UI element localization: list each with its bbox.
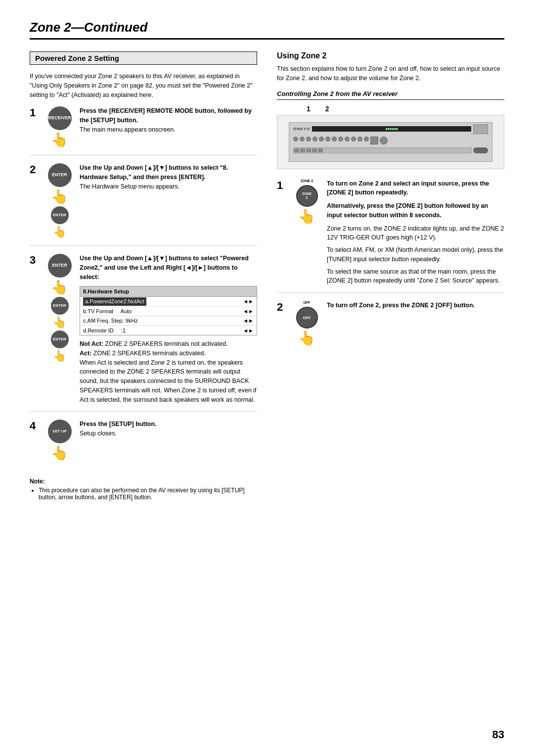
page-title: Zone 2—Continued bbox=[30, 20, 504, 35]
recv-btn-8 bbox=[338, 137, 343, 142]
hw-row-1-value: ◄► bbox=[243, 297, 254, 306]
receiver-vent bbox=[473, 124, 488, 134]
enter-button-icon-3c: ENTER bbox=[51, 331, 69, 348]
step-4-heading: Press the [SETUP] button. bbox=[80, 421, 157, 427]
page-header: Zone 2—Continued bbox=[30, 20, 504, 40]
hand-icon-3b: 👆 bbox=[53, 316, 66, 329]
hand-icon-r2: 👆 bbox=[298, 330, 315, 346]
recv-btn-7 bbox=[332, 137, 337, 142]
step-3-content: Use the Up and Down [▲]/[▼] buttons to s… bbox=[80, 254, 257, 404]
right-step-2-content: To turn off Zone 2, press the ZONE 2 [OF… bbox=[327, 301, 504, 346]
off-button-icon: OFF bbox=[296, 307, 318, 329]
right-step-1-body: Zone 2 turns on, the ZONE 2 indicator li… bbox=[327, 224, 504, 243]
setup-button-icon: SET UP bbox=[48, 420, 72, 443]
hand-icon-3c: 👆 bbox=[53, 350, 66, 363]
receiver-labels: 1 2 bbox=[277, 105, 504, 113]
recv-btn-1 bbox=[293, 137, 298, 142]
left-column: Powered Zone 2 Setting If you've connect… bbox=[30, 51, 257, 501]
step-4-row: 4 SET UP 👆 Press the [SETUP] button. Set… bbox=[30, 420, 257, 468]
right-step-1-content: To turn on Zone 2 and select an input so… bbox=[327, 179, 504, 286]
hw-setup-table: 8.Hardware Setup a.PoweredZone2:NotAct ◄… bbox=[80, 286, 257, 336]
step-2-number: 2 bbox=[30, 163, 40, 238]
hand-icon-2b: 👆 bbox=[53, 226, 66, 238]
recv-bottom-btn-2 bbox=[300, 148, 305, 152]
step-4-content: Press the [SETUP] button. Setup closes. bbox=[80, 420, 257, 461]
right-step-1-row: 1 ZONE 2 ZONE2 👆 To turn on Zone 2 and s… bbox=[277, 179, 504, 293]
right-step-1-heading: To turn on Zone 2 and select an input so… bbox=[327, 180, 489, 196]
note-text: This procedure can also be performed on … bbox=[39, 487, 257, 501]
step-4-body: Setup closes. bbox=[80, 429, 257, 438]
receiver-image: ONKYO ■■■■■■ bbox=[277, 115, 504, 169]
step-2-body: The Hardware Setup menu appears. bbox=[80, 182, 257, 191]
receiver-brand: ONKYO bbox=[293, 127, 310, 131]
right-step-2-heading: To turn off Zone 2, press the ZONE 2 [OF… bbox=[327, 302, 475, 309]
enter-button-icon-3: ENTER bbox=[48, 254, 72, 278]
right-step-1-body3: To select the same source as that of the… bbox=[327, 267, 504, 286]
right-step-1-number: 1 bbox=[277, 179, 287, 286]
note-label: Note: bbox=[30, 478, 45, 485]
right-step-2-icon-col: OFF OFF 👆 bbox=[291, 301, 323, 346]
hand-icon-r1: 👆 bbox=[298, 208, 315, 225]
receiver-top-row: ONKYO ■■■■■■ bbox=[289, 123, 492, 136]
recv-bottom-btn-5 bbox=[318, 148, 323, 152]
zone2-label: ZONE 2 bbox=[301, 179, 313, 183]
powered-zone2-title: Powered Zone 2 Setting bbox=[35, 54, 252, 62]
step-1-row: 1 RECEIVER 👆 Press the [RECEIVER] REMOTE… bbox=[30, 106, 257, 155]
recv-btn-2 bbox=[300, 137, 305, 142]
right-step-1-icon-col: ZONE 2 ZONE2 👆 bbox=[291, 179, 323, 286]
recv-bottom-bar bbox=[293, 147, 472, 153]
powered-zone2-desc: If you've connected your Zone 2 speakers… bbox=[30, 72, 257, 99]
step-2-row: 2 ENTER 👆 ENTER 👆 Use the Up and Down [▲… bbox=[30, 163, 257, 246]
note-section: Note: This procedure can also be perform… bbox=[30, 478, 257, 501]
enter-button-icon-2: ENTER bbox=[51, 206, 69, 224]
hw-row-3-value: ◄► bbox=[243, 317, 254, 325]
receiver-bottom bbox=[289, 146, 492, 154]
hand-icon-1: 👆 bbox=[51, 132, 68, 148]
controlling-zone2-subtitle: Controlling Zone 2 from the AV receiver bbox=[277, 90, 504, 100]
page-number: 83 bbox=[492, 728, 504, 741]
step-3-heading: Use the Up and Down [▲]/[▼] buttons to s… bbox=[80, 255, 249, 281]
recv-btn-4 bbox=[312, 137, 317, 142]
step-2-heading: Use the Up and Down [▲]/[▼] buttons to s… bbox=[80, 164, 228, 181]
receiver-diagram: 1 2 ONKYO ■■■■■■ bbox=[277, 105, 504, 169]
hw-row-4-label: d.Remote ID :1 bbox=[83, 327, 126, 335]
step-3-body: Not Act: ZONE 2 SPEAKERS terminals not a… bbox=[80, 339, 257, 404]
step-2-icon-col: ENTER 👆 ENTER 👆 bbox=[44, 163, 76, 238]
powered-zone2-box: Powered Zone 2 Setting bbox=[30, 51, 257, 65]
subsection-italic-title: Controlling Zone 2 from the AV receiver bbox=[277, 90, 398, 97]
recv-btn-10 bbox=[351, 137, 356, 142]
hw-row-2-label: b.TV Format Auto bbox=[83, 307, 132, 316]
hw-row-1: a.PoweredZone2:NotAct ◄► bbox=[80, 297, 257, 307]
hand-icon-3: 👆 bbox=[51, 279, 68, 295]
right-step-1-body2: To select AM, FM, or XM (North American … bbox=[327, 245, 504, 264]
step-1-body: The main menu appears onscreen. bbox=[80, 125, 257, 135]
hand-icon-2: 👆 bbox=[51, 189, 68, 205]
recv-knob-1 bbox=[370, 137, 378, 144]
step-1-number: 1 bbox=[30, 106, 40, 148]
hw-row-4: d.Remote ID :1 ◄► bbox=[80, 326, 257, 335]
enter-button-icon-3b: ENTER bbox=[51, 297, 69, 315]
hw-row-1-label: a.PoweredZone2:NotAct bbox=[83, 297, 146, 306]
hw-row-2: b.TV Format Auto ◄► bbox=[80, 307, 257, 317]
using-zone2-title: Using Zone 2 bbox=[277, 51, 504, 60]
two-column-layout: Powered Zone 2 Setting If you've connect… bbox=[30, 51, 504, 501]
step-3-number: 3 bbox=[30, 254, 40, 404]
recv-btn-11 bbox=[357, 137, 362, 142]
off-label: OFF bbox=[304, 301, 311, 304]
recv-bottom-btn-3 bbox=[306, 148, 311, 152]
hw-row-4-value: ◄► bbox=[243, 327, 254, 335]
recv-btn-5 bbox=[319, 137, 324, 142]
hand-icon-4: 👆 bbox=[51, 445, 68, 461]
step-4-icon-col: SET UP 👆 bbox=[44, 420, 76, 461]
step-1-content: Press the [RECEIVER] REMOTE MODE button,… bbox=[80, 106, 257, 148]
right-step-2-row: 2 OFF OFF 👆 To turn off Zone 2, press th… bbox=[277, 301, 504, 353]
hw-row-3-label: c.AM Freq. Step: 9kHz bbox=[83, 317, 138, 325]
hw-table-title: 8.Hardware Setup bbox=[80, 286, 257, 297]
step-4-number: 4 bbox=[30, 420, 40, 461]
zone2-button-icon: ZONE2 bbox=[296, 185, 318, 207]
recv-btn-3 bbox=[306, 137, 311, 142]
step-3-row: 3 ENTER 👆 ENTER 👆 ENTER 👆 Use the Up and… bbox=[30, 254, 257, 412]
receiver-display: ■■■■■■ bbox=[312, 126, 471, 132]
using-zone2-section: Using Zone 2 bbox=[277, 51, 504, 60]
using-zone2-desc: This section explains how to turn Zone 2… bbox=[277, 64, 504, 83]
